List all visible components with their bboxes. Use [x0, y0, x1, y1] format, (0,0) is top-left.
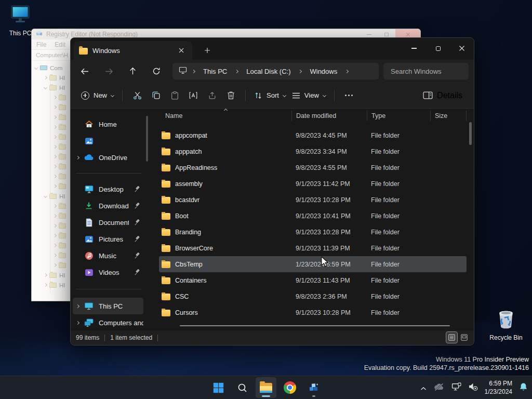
breadcrumb-this-pc[interactable]: This PC: [200, 68, 230, 75]
column-size[interactable]: Size: [430, 111, 467, 121]
chrome-taskbar-button[interactable]: [280, 377, 300, 398]
forward-button[interactable]: [100, 63, 117, 79]
search-box[interactable]: Search Windows: [383, 63, 469, 79]
registry-editor-taskbar-button[interactable]: [303, 377, 324, 398]
file-row[interactable]: apppatch 9/8/2023 3:34 PM File folder: [159, 143, 467, 159]
file-row[interactable]: AppReadiness 9/8/2023 4:55 PM File folde…: [159, 159, 467, 176]
chevron-right-icon[interactable]: [76, 155, 79, 159]
minimize-button[interactable]: [402, 38, 426, 59]
breadcrumb[interactable]: This PC Local Disk (C:) Windows: [172, 63, 379, 79]
file-name: Boot: [175, 212, 189, 220]
file-explorer-taskbar-button[interactable]: [256, 377, 276, 398]
share-button[interactable]: [203, 87, 221, 104]
file-row[interactable]: assembly 9/1/2023 11:42 PM File folder: [159, 176, 467, 192]
tree-chevron-icon[interactable]: [53, 165, 57, 168]
file-row[interactable]: Cursors 9/1/2023 10:28 PM File folder: [159, 304, 467, 321]
sidebar-item-documents[interactable]: Documents: [73, 214, 143, 231]
tree-chevron-icon[interactable]: [53, 224, 57, 228]
menu-edit[interactable]: Edit: [55, 41, 65, 48]
menu-file[interactable]: File: [36, 41, 46, 48]
desktop-icon-recycle-bin[interactable]: Recycle Bin: [489, 308, 523, 341]
vertical-scrollbar[interactable]: [469, 122, 472, 145]
tree-chevron-icon[interactable]: [53, 214, 57, 218]
sidebar-item-onedrive[interactable]: OneDrive: [73, 149, 143, 166]
tab-close-icon[interactable]: [176, 45, 187, 56]
tree-chevron-icon[interactable]: [53, 96, 57, 99]
tree-chevron-icon[interactable]: [53, 184, 57, 188]
tab-windows[interactable]: Windows: [74, 41, 192, 60]
refresh-button[interactable]: [148, 63, 165, 79]
file-row[interactable]: bcastdvr 9/1/2023 10:28 PM File folder: [159, 192, 467, 208]
file-row[interactable]: Boot 9/1/2023 10:41 PM File folder: [159, 208, 467, 224]
tree-chevron-icon[interactable]: [44, 86, 47, 89]
tree-chevron-icon[interactable]: [44, 76, 47, 79]
hidden-icons-chevron[interactable]: [420, 383, 427, 393]
sidebar-item-music[interactable]: Music: [73, 247, 143, 264]
file-row[interactable]: CSC 9/8/2023 2:36 PM File folder: [159, 288, 467, 304]
details-view-button[interactable]: [446, 332, 457, 343]
chevron-right-icon[interactable]: [76, 321, 79, 324]
breadcrumb-windows[interactable]: Windows: [307, 68, 340, 75]
tree-chevron-icon[interactable]: [53, 234, 57, 237]
network-tray-icon[interactable]: [451, 382, 461, 393]
file-row[interactable]: CbsTemp 1/23/2024 6:59 PM File folder: [159, 256, 467, 272]
sidebar-scrollbar[interactable]: [146, 116, 148, 162]
tree-chevron-icon[interactable]: [53, 135, 57, 139]
tree-chevron-icon[interactable]: [53, 105, 57, 109]
search-button[interactable]: [232, 377, 252, 398]
horizontal-scrollbar[interactable]: [180, 325, 450, 327]
sidebar-item-gallery[interactable]: [73, 132, 143, 149]
maximize-button[interactable]: [426, 38, 450, 59]
tree-chevron-icon[interactable]: [53, 244, 57, 247]
new-button[interactable]: New: [78, 87, 117, 104]
sidebar-item-network[interactable]: Computers and: [73, 314, 143, 331]
volume-muted-icon[interactable]: [468, 382, 478, 393]
file-row[interactable]: Branding 9/1/2023 10:28 PM File folder: [159, 224, 467, 240]
breadcrumb-local-disk[interactable]: Local Disk (C:): [243, 68, 294, 75]
close-button[interactable]: [450, 38, 474, 59]
file-row[interactable]: Containers 9/1/2023 11:43 PM File folder: [159, 272, 467, 288]
tree-chevron-icon[interactable]: [53, 254, 57, 257]
paste-button[interactable]: [165, 87, 184, 104]
tree-chevron-icon[interactable]: [53, 115, 57, 119]
new-tab-button[interactable]: [200, 43, 215, 58]
tree-chevron-icon[interactable]: [44, 273, 47, 277]
onedrive-paused-icon[interactable]: [433, 383, 445, 393]
sort-button[interactable]: Sort: [251, 87, 289, 104]
sidebar-item-this-pc[interactable]: This PC: [73, 298, 143, 314]
start-button[interactable]: [208, 377, 229, 398]
tree-chevron-icon[interactable]: [53, 125, 57, 129]
tree-chevron-icon[interactable]: [53, 263, 57, 267]
view-button[interactable]: View: [289, 87, 329, 104]
sidebar-item-videos[interactable]: Videos: [73, 264, 143, 281]
tree-chevron-icon[interactable]: [44, 194, 47, 198]
sidebar-item-pictures[interactable]: Pictures: [73, 231, 143, 247]
tree-node-icon: [59, 263, 66, 268]
tree-chevron-icon[interactable]: [53, 145, 57, 149]
taskbar-clock[interactable]: 6:59 PM 1/23/2024: [485, 380, 512, 396]
tree-chevron-icon[interactable]: [53, 155, 57, 158]
tree-chevron-icon[interactable]: [53, 204, 57, 208]
cut-button[interactable]: [128, 87, 147, 104]
tree-node-icon: [59, 154, 66, 159]
tree-chevron-icon[interactable]: [53, 175, 57, 178]
back-button[interactable]: [76, 63, 94, 79]
copy-button[interactable]: [147, 87, 165, 104]
sidebar-item-home[interactable]: Home: [73, 116, 143, 132]
see-more-button[interactable]: [340, 87, 358, 104]
details-pane-button[interactable]: Details: [419, 87, 467, 104]
tree-chevron-icon[interactable]: [34, 66, 38, 70]
file-row[interactable]: BrowserCore 9/1/2023 11:39 PM File folde…: [159, 240, 467, 256]
file-row[interactable]: appcompat 9/8/2023 4:45 PM File folder: [159, 127, 467, 143]
rename-button[interactable]: [184, 87, 203, 104]
column-date-modified[interactable]: Date modified: [291, 111, 367, 121]
delete-button[interactable]: [221, 87, 240, 104]
sidebar-item-desktop[interactable]: Desktop: [73, 181, 143, 197]
chevron-right-icon[interactable]: [76, 304, 79, 308]
thumbnail-view-button[interactable]: [459, 332, 470, 343]
tree-chevron-icon[interactable]: [44, 283, 47, 287]
notification-bell-icon[interactable]: [519, 382, 528, 394]
up-button[interactable]: [124, 63, 141, 79]
column-type[interactable]: Type: [367, 111, 430, 121]
sidebar-item-downloads[interactable]: Downloads: [73, 197, 143, 214]
